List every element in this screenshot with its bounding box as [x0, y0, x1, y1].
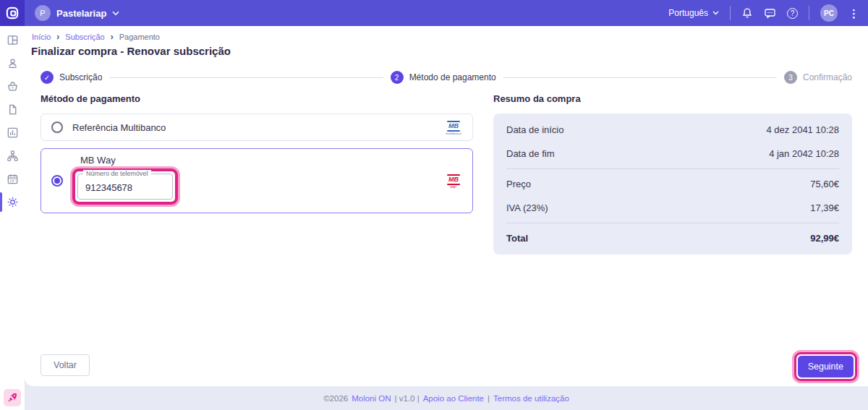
step-confirmation: 3 Confirmação: [784, 71, 852, 84]
mbway-body: MB Way Número de telemóvel: [70, 155, 180, 207]
step-label: Método de pagamento: [409, 72, 496, 82]
step-subscription: ✓ Subscrição: [41, 71, 102, 84]
next-button[interactable]: Seguinte: [798, 356, 854, 377]
content-card: Início › Subscrição › Pagamento Finaliza…: [25, 26, 868, 386]
chevron-down-icon: [712, 11, 719, 15]
highlight-ring-inner: Número de telemóvel: [72, 168, 178, 205]
help-icon[interactable]: ?: [787, 8, 798, 19]
notifications-bell-icon[interactable]: [741, 7, 753, 19]
multibanco-logo-icon: MB multibanco: [445, 120, 462, 135]
person-icon: [7, 57, 19, 69]
payment-option-multibanco[interactable]: Referência Multibanco MB multibanco: [41, 114, 473, 141]
mbway-radio[interactable]: [51, 175, 63, 187]
summary-value: 4 dez 2041 10:28: [767, 124, 839, 135]
phone-field-label: Número de telemóvel: [83, 170, 151, 177]
mbway-label: MB Way: [80, 155, 180, 166]
footer-copyright: ©2026: [323, 394, 348, 403]
sidebar-item-contacts[interactable]: [0, 57, 25, 69]
topbar-divider: [730, 6, 731, 20]
step-check-icon: ✓: [41, 71, 54, 84]
summary-heading: Resumo da compra: [493, 93, 852, 104]
network-icon: [7, 150, 19, 162]
topbar: P Pastelariap Português: [0, 0, 868, 26]
sidebar-item-documents[interactable]: [0, 103, 25, 116]
summary-row-vat: IVA (23%) 17,39€: [506, 196, 839, 220]
kebab-menu-icon[interactable]: ⋮: [848, 8, 859, 19]
chevron-down-icon: [112, 11, 119, 16]
step-payment-method: 2 Método de pagamento: [391, 71, 496, 84]
phone-number-field[interactable]: Número de telemóvel: [77, 174, 173, 200]
calendar-icon: [7, 173, 19, 185]
sidebar: [0, 26, 25, 410]
summary-value: 92,99€: [810, 233, 839, 244]
step-label: Subscrição: [59, 72, 102, 82]
mbway-logo-icon: MB WAY: [445, 174, 462, 189]
document-icon: [7, 103, 19, 116]
sidebar-item-reports[interactable]: [0, 127, 25, 139]
breadcrumb-home[interactable]: Início: [32, 33, 51, 41]
footer-terms-link[interactable]: Termos de utilização: [493, 394, 569, 403]
checkout-stepper: ✓ Subscrição 2 Método de pagamento 3 Con…: [41, 71, 852, 84]
step-connector: [109, 77, 383, 78]
summary-label: Total: [506, 233, 528, 244]
company-avatar: P: [35, 5, 51, 21]
sidebar-item-settings[interactable]: [0, 196, 25, 208]
multibanco-radio[interactable]: [51, 121, 63, 133]
step-number: 3: [784, 71, 797, 84]
basket-icon: [7, 80, 19, 93]
purchase-summary-section: Resumo da compra Data de início 4 dez 20…: [493, 93, 852, 255]
multibanco-label: Referência Multibanco: [72, 122, 166, 133]
summary-divider: [506, 223, 839, 223]
breadcrumb-current: Pagamento: [119, 33, 160, 41]
summary-divider: [506, 168, 839, 169]
step-number: 2: [391, 71, 404, 84]
breadcrumb: Início › Subscrição › Pagamento: [32, 32, 160, 42]
payment-method-heading: Método de pagamento: [41, 93, 473, 104]
sidebar-item-integrations[interactable]: [0, 150, 25, 162]
sidebar-item-sales[interactable]: [0, 80, 25, 93]
help-glyph: ?: [787, 8, 798, 19]
bar-chart-icon: [7, 127, 19, 139]
footer-brand-link[interactable]: Moloni ON: [352, 394, 391, 403]
summary-value: 17,39€: [810, 202, 839, 213]
next-button-highlight-ring: Seguinte: [792, 350, 859, 383]
back-button[interactable]: Voltar: [41, 354, 90, 376]
breadcrumb-separator-icon: ›: [111, 32, 114, 42]
next-button-highlight-ring-inner: Seguinte: [794, 352, 857, 381]
chat-icon[interactable]: [764, 7, 776, 19]
phone-number-input[interactable]: [85, 182, 165, 193]
sidebar-item-calendar[interactable]: [0, 173, 25, 185]
footer: ©2026 Moloni ON | v1.0 | Apoio ao Client…: [25, 386, 868, 410]
summary-row-end-date: Data de fim 4 jan 2042 10:28: [506, 142, 839, 166]
summary-label: Data de início: [506, 124, 564, 135]
footer-separator: |: [488, 394, 490, 403]
moloni-logo-icon: [5, 6, 20, 20]
rocket-launcher-button[interactable]: [4, 389, 21, 406]
summary-label: Preço: [506, 179, 531, 189]
sidebar-item-dashboard[interactable]: [0, 34, 25, 46]
app-logo[interactable]: [0, 0, 25, 26]
summary-panel: Data de início 4 dez 2041 10:28 Data de …: [493, 114, 852, 255]
summary-row-total: Total 92,99€: [506, 226, 839, 250]
summary-label: IVA (23%): [506, 202, 548, 213]
rocket-icon: [7, 393, 17, 403]
step-connector: [503, 77, 777, 78]
summary-value: 4 jan 2042 10:28: [769, 148, 839, 159]
language-selector[interactable]: Português: [668, 8, 719, 18]
dashboard-icon: [7, 34, 19, 46]
topbar-divider: [809, 6, 809, 20]
breadcrumb-subscription[interactable]: Subscrição: [65, 33, 104, 41]
payment-method-section: Método de pagamento Referência Multibanc…: [41, 93, 473, 213]
company-name: Pastelariap: [56, 8, 106, 19]
topbar-right: Português ? PC ⋮: [668, 4, 868, 22]
summary-row-price: Preço 75,60€: [506, 172, 839, 196]
page-title: Finalizar compra - Renovar subscrição: [31, 45, 231, 57]
highlight-ring: Número de telemóvel: [70, 166, 180, 207]
company-selector[interactable]: P Pastelariap: [35, 5, 119, 21]
footer-support-link[interactable]: Apoio ao Cliente: [423, 394, 484, 403]
summary-row-start-date: Data de início 4 dez 2041 10:28: [506, 118, 839, 142]
user-avatar[interactable]: PC: [820, 4, 838, 22]
step-label: Confirmação: [803, 72, 852, 82]
payment-option-mbway[interactable]: MB Way Número de telemóvel MB WAY: [41, 148, 473, 213]
gear-icon: [7, 196, 19, 208]
